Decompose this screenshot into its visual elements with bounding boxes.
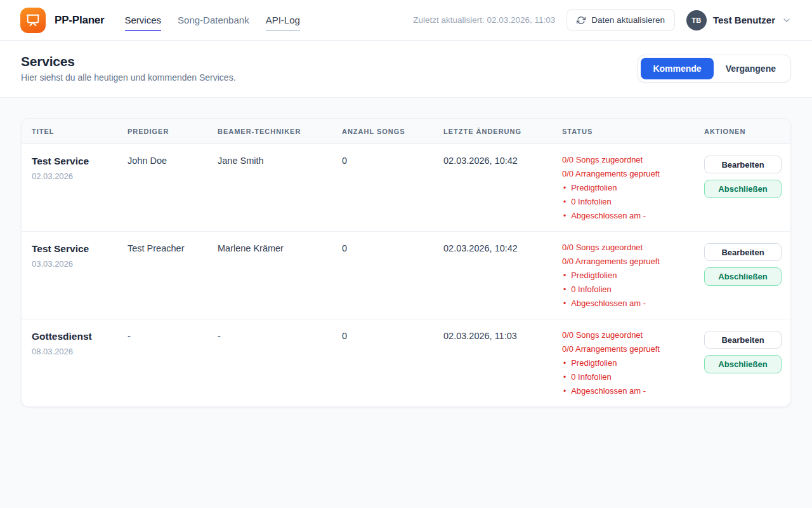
last-updated-text: Zuletzt aktualisiert: 02.03.2026, 11:03 (413, 15, 555, 25)
titel-cell: Gottesdienst 08.03.2026 (32, 331, 128, 356)
status-abgeschlossen-am: Abgeschlossen am - (562, 211, 698, 220)
beamer-techniker-value: Jane Smith (218, 156, 342, 166)
status-predigtfolien: Predigtfolien (562, 271, 698, 280)
service-date: 03.03.2026 (32, 259, 119, 269)
column-header-prediger: PREDIGER (128, 128, 218, 135)
nav-item-api-log[interactable]: API-Log (266, 15, 300, 31)
status-cell: 0/0 Songs zugeordnet 0/0 Arrangements ge… (562, 331, 704, 401)
beamer-techniker-value: - (218, 331, 342, 341)
column-header-aktionen: AKTIONEN (704, 128, 780, 135)
service-title: Test Service (32, 156, 119, 167)
abschliessen-button[interactable]: Abschließen (704, 267, 782, 286)
avatar: TB (686, 10, 707, 30)
nav-item-services[interactable]: Services (125, 15, 162, 31)
refresh-button-label: Daten aktualisieren (591, 15, 665, 25)
abschliessen-button[interactable]: Abschließen (704, 355, 782, 373)
status-cell: 0/0 Songs zugeordnet 0/0 Arrangements ge… (562, 243, 704, 313)
titel-cell: Test Service 02.03.2026 (32, 156, 128, 181)
table-row: Gottesdienst 08.03.2026 - - 0 02.03.2026… (22, 319, 790, 406)
bearbeiten-button[interactable]: Bearbeiten (704, 331, 782, 349)
status-arrangements-geprueft: 0/0 Arrangements geprueft (562, 257, 698, 266)
service-date: 08.03.2026 (32, 347, 119, 356)
services-table-card: TITEL PREDIGER BEAMER-TECHNIKER ANZAHL S… (21, 118, 791, 407)
anzahl-songs-value: 0 (342, 156, 443, 166)
service-date: 02.03.2026 (32, 171, 119, 181)
page-title: Services (21, 54, 236, 69)
main-nav: Services Song-Datenbank API-Log (125, 15, 300, 25)
user-menu[interactable]: TB Test Benutzer (686, 10, 792, 30)
prediger-value: Test Preacher (128, 243, 218, 253)
actions-cell: Bearbeiten Abschließen (704, 156, 782, 198)
toggle-kommende[interactable]: Kommende (641, 58, 713, 79)
brand-name: PP-Planer (55, 14, 105, 27)
letzte-aenderung-value: 02.03.2026, 10:42 (443, 156, 562, 166)
letzte-aenderung-value: 02.03.2026, 10:42 (443, 243, 562, 253)
status-infofolien: 0 Infofolien (562, 285, 698, 294)
brand: PP-Planer (20, 8, 105, 33)
table-body: Test Service 02.03.2026 John Doe Jane Sm… (22, 144, 790, 406)
actions-cell: Bearbeiten Abschließen (704, 243, 782, 286)
column-header-letzte-aenderung: LETZTE ÄNDERUNG (443, 128, 562, 135)
service-filter-toggle: Kommende Vergangene (638, 55, 791, 83)
status-infofolien: 0 Infofolien (562, 373, 698, 382)
status-songs-zugeordnet: 0/0 Songs zugeordnet (562, 331, 698, 340)
anzahl-songs-value: 0 (342, 243, 443, 253)
status-songs-zugeordnet: 0/0 Songs zugeordnet (562, 243, 698, 252)
nav-item-song-datenbank[interactable]: Song-Datenbank (178, 15, 249, 31)
page-subtitle: Hier siehst du alle heutigen und kommend… (21, 72, 236, 83)
chevron-down-icon (782, 15, 792, 25)
bearbeiten-button[interactable]: Bearbeiten (704, 243, 782, 261)
status-predigtfolien: Predigtfolien (562, 184, 698, 192)
status-predigtfolien: Predigtfolien (562, 359, 698, 368)
status-abgeschlossen-am: Abgeschlossen am - (562, 299, 698, 308)
prediger-value: John Doe (128, 156, 218, 166)
bearbeiten-button[interactable]: Bearbeiten (704, 156, 782, 173)
column-header-status: STATUS (562, 128, 704, 135)
prediger-value: - (128, 331, 218, 341)
status-abgeschlossen-am: Abgeschlossen am - (562, 387, 698, 396)
table-row: Test Service 03.03.2026 Test Preacher Ma… (22, 232, 790, 319)
column-header-beamer-techniker: BEAMER-TECHNIKER (218, 128, 342, 135)
topbar: PP-Planer Services Song-Datenbank API-Lo… (0, 0, 812, 41)
service-title: Test Service (32, 243, 119, 255)
beamer-techniker-value: Marlene Krämer (218, 243, 342, 253)
actions-cell: Bearbeiten Abschließen (704, 331, 782, 373)
page-head: Services Hier siehst du alle heutigen un… (0, 41, 812, 98)
status-arrangements-geprueft: 0/0 Arrangements geprueft (562, 170, 698, 178)
titel-cell: Test Service 03.03.2026 (32, 243, 128, 269)
user-name: Test Benutzer (713, 15, 775, 25)
abschliessen-button[interactable]: Abschließen (704, 180, 782, 198)
column-header-anzahl-songs: ANZAHL SONGS (342, 128, 443, 135)
status-cell: 0/0 Songs zugeordnet 0/0 Arrangements ge… (562, 156, 704, 225)
toggle-vergangene[interactable]: Vergangene (714, 58, 788, 79)
status-infofolien: 0 Infofolien (562, 197, 698, 206)
presentation-icon (26, 13, 40, 27)
table-header-row: TITEL PREDIGER BEAMER-TECHNIKER ANZAHL S… (22, 119, 790, 144)
service-title: Gottesdienst (32, 331, 119, 342)
refresh-icon (577, 16, 586, 25)
refresh-data-button[interactable]: Daten aktualisieren (566, 9, 675, 31)
app-logo (20, 8, 46, 33)
table-row: Test Service 02.03.2026 John Doe Jane Sm… (22, 144, 790, 232)
page-head-text: Services Hier siehst du alle heutigen un… (21, 54, 236, 83)
column-header-titel: TITEL (32, 128, 128, 135)
letzte-aenderung-value: 02.03.2026, 11:03 (443, 331, 562, 341)
status-arrangements-geprueft: 0/0 Arrangements geprueft (562, 345, 698, 354)
content: TITEL PREDIGER BEAMER-TECHNIKER ANZAHL S… (0, 98, 812, 427)
topbar-right: Zuletzt aktualisiert: 02.03.2026, 11:03 … (413, 9, 792, 31)
status-songs-zugeordnet: 0/0 Songs zugeordnet (562, 156, 698, 164)
anzahl-songs-value: 0 (342, 331, 443, 341)
